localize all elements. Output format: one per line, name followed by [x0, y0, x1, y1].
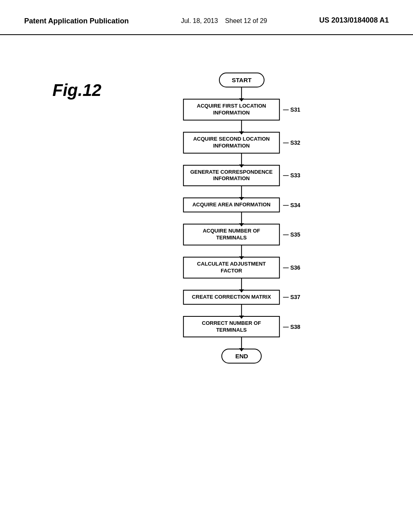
- step-s31-box: ACQUIRE FIRST LOCATIONINFORMATION: [183, 99, 280, 121]
- arrow-4: [241, 186, 242, 197]
- step-s35-box: ACQUIRE NUMBER OF TERMINALS: [183, 224, 280, 245]
- step-s32-label: — S32: [283, 139, 300, 146]
- step-s38-row: CORRECT NUMBER OFTERMINALS — S38: [183, 316, 300, 338]
- arrow-5: [241, 212, 242, 224]
- step-s38-label: — S38: [283, 324, 300, 330]
- step-s36-box: CALCULATE ADJUSTMENT FACTOR: [183, 257, 280, 278]
- step-s35-row: ACQUIRE NUMBER OF TERMINALS — S35: [183, 224, 300, 245]
- arrow-6: [241, 245, 242, 257]
- header-center: Jul. 18, 2013 Sheet 12 of 29: [181, 16, 267, 26]
- step-s36-label: — S36: [283, 264, 300, 271]
- step-s31-label: — S31: [283, 106, 300, 113]
- figure-label: Fig.12: [52, 81, 101, 100]
- step-s36-row: CALCULATE ADJUSTMENT FACTOR — S36: [183, 257, 300, 278]
- patent-number: US 2013/0184008 A1: [319, 16, 389, 25]
- arrow-7: [241, 278, 242, 290]
- start-oval: START: [219, 73, 265, 87]
- step-s33-row: GENERATE CORRESPONDENCEINFORMATION — S33: [183, 165, 300, 187]
- step-s37-box: CREATE CORRECTION MATRIX: [183, 290, 280, 305]
- step-s32-row: ACQUIRE SECOND LOCATIONINFORMATION — S32: [183, 132, 300, 154]
- step-s35-label: — S35: [283, 231, 300, 238]
- sheet-number: Sheet 12 of 29: [225, 17, 267, 24]
- step-s31-row: ACQUIRE FIRST LOCATIONINFORMATION — S31: [183, 99, 300, 121]
- step-s33-label: — S33: [283, 172, 300, 179]
- step-s37-label: — S37: [283, 294, 300, 300]
- step-s34-label: — S34: [283, 202, 300, 208]
- publication-date: Jul. 18, 2013: [181, 17, 218, 24]
- arrow-3: [241, 154, 242, 165]
- step-s34-box: ACQUIRE AREA INFORMATION: [183, 197, 280, 212]
- arrow-9: [241, 337, 242, 349]
- page-header: Patent Application Publication Jul. 18, …: [0, 0, 413, 35]
- step-s33-box: GENERATE CORRESPONDENCEINFORMATION: [183, 165, 280, 187]
- arrow-8: [241, 305, 242, 316]
- publication-title: Patent Application Publication: [24, 16, 129, 26]
- flowchart: START ACQUIRE FIRST LOCATIONINFORMATION …: [183, 73, 300, 364]
- arrow-1: [241, 87, 242, 99]
- step-s32-box: ACQUIRE SECOND LOCATIONINFORMATION: [183, 132, 280, 154]
- arrow-2: [241, 121, 242, 132]
- step-s38-box: CORRECT NUMBER OFTERMINALS: [183, 316, 280, 338]
